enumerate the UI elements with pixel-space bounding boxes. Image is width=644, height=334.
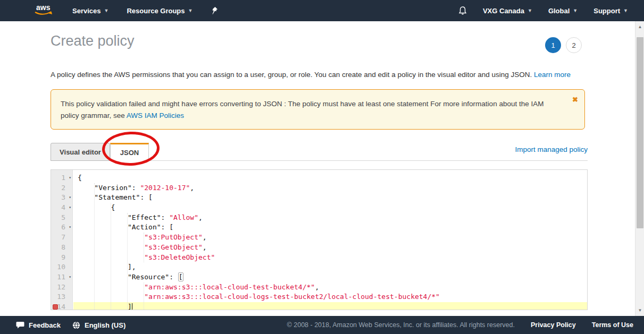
nav-region-menu[interactable]: Global ▼ xyxy=(548,7,578,15)
code-line[interactable]: "Statement": [ xyxy=(73,193,587,203)
scroll-up-icon[interactable]: ▲ xyxy=(635,22,644,31)
learn-more-link[interactable]: Learn more xyxy=(534,71,571,79)
fold-arrow-icon[interactable]: ▾ xyxy=(69,222,71,233)
pin-icon[interactable] xyxy=(211,6,218,15)
copyright-text: © 2008 - 2018, Amazon Web Services, Inc.… xyxy=(287,321,515,329)
nav-resource-groups-label: Resource Groups xyxy=(127,7,185,15)
page-scrollbar[interactable]: ▲ ▼ xyxy=(635,21,644,316)
chevron-down-icon: ▼ xyxy=(188,8,193,13)
chevron-down-icon: ▼ xyxy=(104,8,109,13)
code-line[interactable]: "s3:DeleteObject" xyxy=(73,253,587,263)
terms-of-use-link[interactable]: Terms of Use xyxy=(592,321,633,329)
iam-policies-link[interactable]: AWS IAM Policies xyxy=(127,112,184,119)
aws-logo[interactable]: aws xyxy=(32,3,54,19)
validation-alert: ✖ This policy validation failed and migh… xyxy=(51,89,585,130)
language-selector[interactable]: English (US) xyxy=(72,321,126,329)
gutter-line-number: 12 xyxy=(51,282,72,293)
gutter-line-number: 14 xyxy=(51,302,72,310)
feedback-label: Feedback xyxy=(29,321,61,329)
gutter-line-number[interactable]: 1▾ xyxy=(51,173,72,183)
gutter-line-number[interactable]: 11▾ xyxy=(51,272,72,282)
footer: Feedback English (US) © 2008 - 2018, Ama… xyxy=(0,316,644,334)
wizard-steps: 1 2 xyxy=(545,37,582,53)
gutter-line-number: 9 xyxy=(51,253,72,263)
gutter-line-number: 7 xyxy=(51,233,72,243)
json-editor[interactable]: 1▾23▾4▾56▾7891011▾121314 { "Version": "2… xyxy=(51,169,588,310)
wizard-step-2[interactable]: 2 xyxy=(566,37,582,53)
import-managed-policy-link[interactable]: Import managed policy xyxy=(515,145,588,153)
feedback-button[interactable]: Feedback xyxy=(16,321,61,329)
scrollbar-thumb[interactable] xyxy=(637,37,643,228)
svg-text:aws: aws xyxy=(36,3,51,12)
privacy-policy-link[interactable]: Privacy Policy xyxy=(531,321,576,329)
gutter-line-number: 10 xyxy=(51,262,72,272)
code-line[interactable]: "s3:GetObject", xyxy=(73,243,587,253)
main-content: Create policy 1 2 A policy defines the A… xyxy=(51,21,588,310)
nav-support-label: Support xyxy=(593,7,620,15)
nav-account-label: VXG Canada xyxy=(483,7,524,15)
globe-icon xyxy=(72,321,80,329)
code-line[interactable]: "arn:aws:s3:::local-cloud-test-bucket4/*… xyxy=(73,282,587,293)
policy-description-text: A policy defines the AWS permissions tha… xyxy=(51,71,532,79)
fold-arrow-icon[interactable]: ▾ xyxy=(69,173,71,183)
code-line[interactable]: "Version": "2012-10-17", xyxy=(73,183,587,193)
language-label: English (US) xyxy=(85,321,126,329)
code-line[interactable]: ] xyxy=(73,302,587,310)
code-line[interactable]: "Effect": "Allow", xyxy=(73,213,587,223)
gutter-line-number: 5 xyxy=(51,213,72,223)
code-line[interactable]: { xyxy=(73,203,587,213)
tab-visual-editor[interactable]: Visual editor xyxy=(51,143,110,161)
page-title: Create policy xyxy=(51,33,588,49)
nav-account-menu[interactable]: VXG Canada ▼ xyxy=(483,7,532,15)
top-nav: aws Services ▼ Resource Groups ▼ V xyxy=(0,0,644,21)
gutter-line-number[interactable]: 4▾ xyxy=(51,203,72,213)
chevron-down-icon: ▼ xyxy=(623,8,628,13)
fold-arrow-icon[interactable]: ▾ xyxy=(69,203,71,213)
alert-close-icon[interactable]: ✖ xyxy=(572,94,578,106)
notifications-bell-icon[interactable] xyxy=(458,6,467,15)
chevron-down-icon: ▼ xyxy=(528,8,532,13)
code-line[interactable]: "arn:aws:s3:::local-cloud-logs-test-buck… xyxy=(73,292,587,302)
nav-region-label: Global xyxy=(548,7,570,15)
chevron-down-icon: ▼ xyxy=(573,8,578,13)
text-cursor xyxy=(132,303,132,310)
error-marker-icon xyxy=(53,304,58,310)
gutter-line-number: 2 xyxy=(51,183,72,193)
policy-description: A policy defines the AWS permissions tha… xyxy=(51,71,588,79)
fold-arrow-icon[interactable]: ▾ xyxy=(69,193,71,203)
speech-bubble-icon xyxy=(16,321,24,329)
nav-services-menu[interactable]: Services ▼ xyxy=(72,7,108,15)
tab-json[interactable]: JSON xyxy=(110,143,149,161)
gutter-line-number: 8 xyxy=(51,243,72,253)
nav-resource-groups-menu[interactable]: Resource Groups ▼ xyxy=(127,7,193,15)
gutter-line-number[interactable]: 3▾ xyxy=(51,193,72,203)
wizard-step-1[interactable]: 1 xyxy=(545,37,561,53)
gutter-line-number[interactable]: 6▾ xyxy=(51,222,72,233)
code-line[interactable]: { xyxy=(73,173,587,183)
nav-support-menu[interactable]: Support ▼ xyxy=(593,7,628,15)
code-line[interactable]: "Action": [ xyxy=(73,222,587,233)
code-line[interactable]: "s3:PutObject", xyxy=(73,233,587,243)
code-line[interactable]: "Resource": [ xyxy=(73,272,587,282)
scroll-down-icon[interactable]: ▼ xyxy=(635,306,644,315)
nav-services-label: Services xyxy=(72,7,101,15)
code-lines[interactable]: { "Version": "2012-10-17", "Statement": … xyxy=(73,170,587,310)
fold-arrow-icon[interactable]: ▾ xyxy=(69,272,71,282)
code-line[interactable]: ], xyxy=(73,262,587,272)
gutter-line-number: 13 xyxy=(51,292,72,302)
gutter: 1▾23▾4▾56▾7891011▾121314 xyxy=(51,170,73,310)
editor-tabbar: Visual editor JSON Import managed policy xyxy=(51,142,588,161)
